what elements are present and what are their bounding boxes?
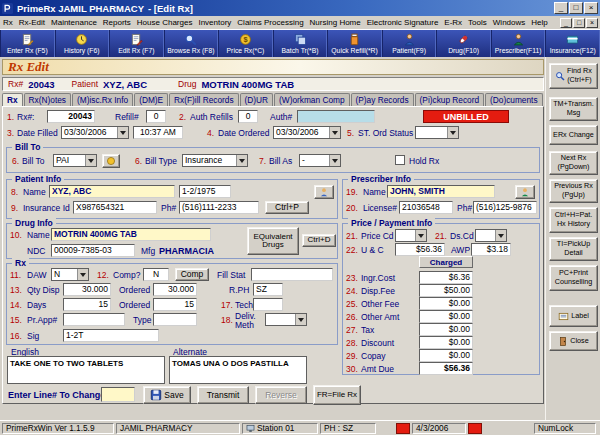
toolbar-insurance[interactable]: Insurance(F12) bbox=[545, 30, 600, 57]
toolbar-quick-refill[interactable]: Quick Refill(*R) bbox=[327, 30, 382, 57]
tab-rx-notes[interactable]: Rx(N)otes bbox=[24, 93, 71, 106]
ord-status-field[interactable] bbox=[415, 126, 459, 139]
patient-phone-field[interactable]: (516)111-2233 bbox=[179, 201, 259, 214]
comp-button[interactable]: Comp bbox=[175, 268, 209, 281]
menu-inventory[interactable]: Inventory bbox=[195, 18, 234, 27]
prapp-field[interactable] bbox=[63, 313, 125, 326]
tech-field[interactable] bbox=[253, 298, 283, 311]
qty-ordered-field[interactable]: 30.000 bbox=[153, 283, 197, 296]
toolbar-batch-tr[interactable]: Batch Tr(*B) bbox=[273, 30, 328, 57]
minimize-button[interactable]: _ bbox=[554, 2, 568, 14]
tab-pickup-record[interactable]: (Pi)ckup Record bbox=[415, 93, 484, 106]
chevron-down-icon[interactable] bbox=[85, 155, 96, 166]
menu-rx[interactable]: Rx bbox=[0, 18, 16, 27]
english-sig-textarea[interactable]: TAKE ONE TO TWO TABLETS bbox=[7, 356, 165, 384]
comp-field[interactable]: N bbox=[143, 268, 169, 281]
patient-dob-field[interactable]: 1-2/1975 bbox=[179, 185, 231, 198]
toolbar-price-rx[interactable]: $ Price Rx(*C) bbox=[218, 30, 273, 57]
menu-windows[interactable]: Windows bbox=[490, 18, 528, 27]
file-rx-button[interactable]: FR=File Rx bbox=[313, 385, 361, 405]
insurance-id-field[interactable]: X987654321 bbox=[73, 201, 157, 214]
prescriber-name-field[interactable]: JOHN, SMITH bbox=[387, 185, 495, 198]
tab-rx-fill-records[interactable]: Rx(F)ill Records bbox=[169, 93, 238, 106]
drug-detail-button[interactable]: Ctrl+D bbox=[302, 234, 336, 247]
sidebar-previous-rx-button[interactable]: Previous Rx (PgUp) bbox=[549, 179, 598, 203]
toolbar-drug[interactable]: Drug(F10) bbox=[436, 30, 491, 57]
chevron-down-icon[interactable] bbox=[117, 127, 128, 138]
menu-maintenance[interactable]: Maintenance bbox=[48, 18, 100, 27]
menu-erx[interactable]: E-Rx bbox=[441, 18, 465, 27]
auth-refills-field[interactable]: 0 bbox=[238, 110, 258, 123]
chevron-down-icon[interactable] bbox=[295, 314, 306, 325]
fill-stat-field[interactable] bbox=[251, 268, 333, 281]
close-button[interactable]: × bbox=[584, 2, 598, 14]
sig-field[interactable]: 1-2T bbox=[63, 329, 159, 342]
bill-to-field[interactable]: PAI bbox=[53, 154, 97, 167]
sidebar-print-counselling-button[interactable]: PC+Print Counselling bbox=[549, 265, 598, 291]
refill-field[interactable]: 0 bbox=[146, 110, 166, 123]
rx-number-field[interactable]: 20043 bbox=[47, 110, 95, 123]
ingr-cost-field[interactable]: $6.36 bbox=[419, 271, 473, 284]
tab-workman-comp[interactable]: (W)orkman Comp bbox=[274, 93, 349, 106]
deliv-field[interactable] bbox=[265, 313, 307, 326]
menu-tools[interactable]: Tools bbox=[465, 18, 490, 27]
auth-number-field[interactable] bbox=[297, 110, 375, 123]
bill-as-field[interactable]: - bbox=[299, 154, 341, 167]
bill-to-lookup-button[interactable] bbox=[102, 154, 120, 168]
toolbar-patient[interactable]: Patient(F9) bbox=[382, 30, 437, 57]
patient-name-field[interactable]: XYZ, ABC bbox=[49, 185, 175, 198]
hold-rx-checkbox[interactable] bbox=[395, 155, 405, 165]
drug-name-field[interactable]: MOTRIN 400MG TAB bbox=[51, 228, 211, 241]
other-fee-field[interactable]: $0.00 bbox=[419, 297, 473, 310]
menu-nursing-home[interactable]: Nursing Home bbox=[307, 18, 364, 27]
rph-field[interactable]: SZ bbox=[253, 283, 283, 296]
days-field[interactable]: 15 bbox=[63, 298, 111, 311]
toolbar-history[interactable]: History (F6) bbox=[55, 30, 110, 57]
sidebar-pickup-detail-button[interactable]: TI=PickUp Detail bbox=[549, 237, 598, 261]
toolbar-prescriber[interactable]: Prescriber(F11) bbox=[491, 30, 546, 57]
sidebar-next-rx-button[interactable]: Next Rx (PgDown) bbox=[549, 151, 598, 175]
uc-field[interactable]: $56.36 bbox=[395, 243, 445, 256]
reverse-button[interactable]: Reverse bbox=[255, 386, 307, 404]
mdi-minimize-button[interactable]: _ bbox=[560, 18, 572, 28]
line-change-input[interactable] bbox=[101, 387, 135, 402]
prescriber-phone-field[interactable]: (516)125-9876 bbox=[473, 201, 537, 214]
time-filled-field[interactable]: 10:37 AM bbox=[133, 126, 183, 139]
type-field[interactable] bbox=[153, 313, 197, 326]
tab-pay-records[interactable]: (P)ay Records bbox=[351, 93, 414, 106]
disp-fee-field[interactable]: $50.00 bbox=[419, 284, 473, 297]
toolbar-edit-rx[interactable]: Edit Rx (F7) bbox=[109, 30, 164, 57]
menu-help[interactable]: Help bbox=[528, 18, 550, 27]
sidebar-patient-history-button[interactable]: Ctrl+H=Pat. Hx History bbox=[549, 207, 598, 233]
tab-dur[interactable]: (D)UR bbox=[240, 93, 274, 106]
bill-type-field[interactable]: Insurance bbox=[182, 154, 248, 167]
tab-rx[interactable]: Rx bbox=[2, 93, 23, 106]
sidebar-find-rx-button[interactable]: Find Rx (Ctrl+F) bbox=[549, 63, 598, 89]
license-field[interactable]: 21036548 bbox=[399, 201, 453, 214]
ds-cd-field[interactable] bbox=[475, 229, 507, 242]
menu-rx-edit[interactable]: Rx-Edit bbox=[16, 18, 48, 27]
sidebar-erx-change-button[interactable]: ERx Change bbox=[549, 125, 598, 145]
equivalent-drugs-button[interactable]: EQuivalent Drugs bbox=[247, 227, 299, 255]
save-button[interactable]: Save bbox=[143, 386, 191, 404]
tab-misc-rx-info[interactable]: (M)isc.Rx Info bbox=[72, 93, 133, 106]
alternate-sig-textarea[interactable]: TOMAS UNA O DOS PASTILLA bbox=[169, 356, 307, 384]
patient-lookup-button[interactable] bbox=[314, 185, 334, 199]
chevron-down-icon[interactable] bbox=[329, 155, 340, 166]
amt-due-field[interactable]: $56.36 bbox=[419, 362, 473, 375]
date-ordered-field[interactable]: 03/30/2006 bbox=[273, 126, 341, 139]
discount-field[interactable]: $0.00 bbox=[419, 336, 473, 349]
toolbar-enter-rx[interactable]: Enter Rx (F5) bbox=[0, 30, 55, 57]
chevron-down-icon[interactable] bbox=[236, 155, 247, 166]
tab-documents[interactable]: (Do)cuments bbox=[485, 93, 543, 106]
menu-reports[interactable]: Reports bbox=[100, 18, 134, 27]
chevron-down-icon[interactable] bbox=[415, 230, 426, 241]
menu-electronic-signature[interactable]: Electronic Signature bbox=[364, 18, 442, 27]
awp-field[interactable]: $3.18 bbox=[471, 243, 511, 256]
toolbar-browse-rx[interactable]: Browse Rx (F8) bbox=[164, 30, 219, 57]
patient-profile-button[interactable]: Ctrl+P bbox=[265, 201, 309, 214]
daw-field[interactable]: N bbox=[51, 268, 89, 281]
prescriber-lookup-button[interactable] bbox=[515, 185, 535, 199]
tab-dme[interactable]: (DM)E bbox=[134, 93, 168, 106]
chevron-down-icon[interactable] bbox=[447, 127, 458, 138]
